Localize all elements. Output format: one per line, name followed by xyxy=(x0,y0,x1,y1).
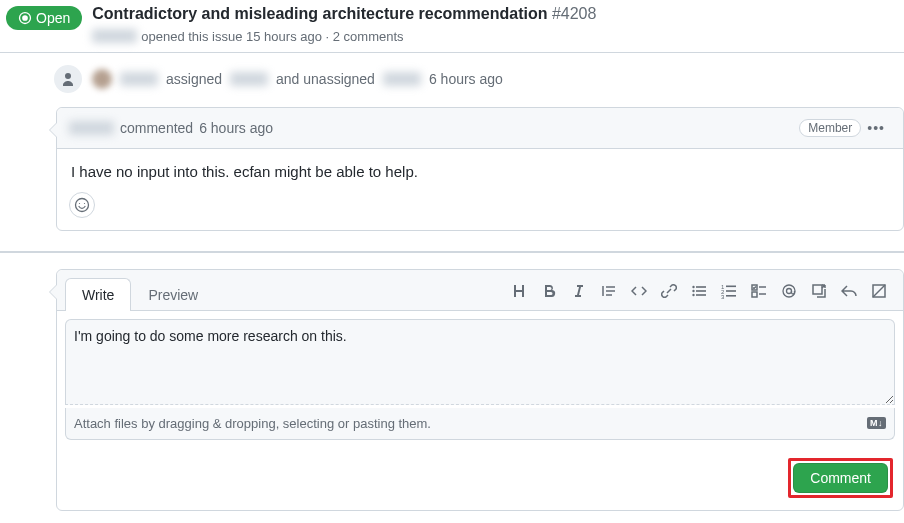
svg-rect-21 xyxy=(752,292,757,297)
bold-icon[interactable] xyxy=(539,281,559,301)
comment-time: 6 hours ago xyxy=(199,120,273,136)
status-text: Open xyxy=(36,10,70,26)
issue-header: Open Contradictory and misleading archit… xyxy=(0,0,904,53)
author-redacted xyxy=(92,29,137,43)
smiley-icon xyxy=(74,197,90,213)
actor-name-redacted xyxy=(120,72,158,86)
bullet-list-icon[interactable] xyxy=(689,281,709,301)
attach-hint-text: Attach files by dragging & dropping, sel… xyxy=(74,416,431,431)
add-reaction-button[interactable] xyxy=(69,192,95,218)
formatting-toolbar: 123 xyxy=(509,281,895,307)
svg-line-27 xyxy=(873,285,885,297)
event-time: 6 hours ago xyxy=(429,71,503,87)
svg-rect-18 xyxy=(726,295,736,297)
italic-icon[interactable] xyxy=(569,281,589,301)
event-assigned-text: assigned xyxy=(166,71,222,87)
comment-body: I have no input into this. ecfan might b… xyxy=(57,149,903,192)
svg-point-7 xyxy=(692,286,694,288)
instruction-highlight: Comment xyxy=(788,458,893,498)
diff-icon[interactable] xyxy=(869,281,889,301)
timeline-event-assignment: assigned and unassigned 6 hours ago xyxy=(56,53,904,107)
person-icon xyxy=(52,63,84,95)
svg-rect-16 xyxy=(726,285,736,287)
svg-rect-17 xyxy=(726,290,736,292)
link-icon[interactable] xyxy=(659,281,679,301)
actor-avatar-redacted xyxy=(92,69,112,89)
kebab-menu-icon[interactable]: ••• xyxy=(861,116,891,140)
svg-point-2 xyxy=(84,203,85,204)
issue-title: Contradictory and misleading architectur… xyxy=(92,5,547,22)
tab-write[interactable]: Write xyxy=(65,278,131,311)
new-comment-editor: Write Preview 123 Attach files by draggi… xyxy=(56,269,904,511)
event-unassigned-text: and unassigned xyxy=(276,71,375,87)
comment-textarea[interactable] xyxy=(65,319,895,405)
opened-meta: opened this issue 15 hours ago · 2 comme… xyxy=(141,29,403,44)
svg-point-24 xyxy=(787,288,792,293)
task-list-icon[interactable] xyxy=(749,281,769,301)
quote-icon[interactable] xyxy=(599,281,619,301)
svg-rect-12 xyxy=(696,294,706,296)
unassignee-redacted xyxy=(383,72,421,86)
svg-point-0 xyxy=(76,198,89,211)
svg-point-8 xyxy=(692,290,694,292)
attach-hint-row[interactable]: Attach files by dragging & dropping, sel… xyxy=(65,408,895,440)
svg-rect-10 xyxy=(696,286,706,288)
reply-icon[interactable] xyxy=(839,281,859,301)
comment-container: commented 6 hours ago Member ••• I have … xyxy=(56,107,904,231)
svg-rect-25 xyxy=(813,285,822,294)
issue-open-icon xyxy=(18,11,32,25)
issue-number: #4208 xyxy=(552,5,597,22)
tab-preview[interactable]: Preview xyxy=(131,278,215,311)
svg-point-23 xyxy=(783,285,795,297)
assignee-redacted xyxy=(230,72,268,86)
comment-action: commented xyxy=(120,120,193,136)
heading-icon[interactable] xyxy=(509,281,529,301)
svg-point-9 xyxy=(692,294,694,296)
code-icon[interactable] xyxy=(629,281,649,301)
commenter-name-redacted xyxy=(69,121,114,135)
status-badge: Open xyxy=(6,6,82,30)
svg-rect-11 xyxy=(696,290,706,292)
markdown-icon[interactable]: M↓ xyxy=(867,417,886,429)
role-badge: Member xyxy=(799,119,861,137)
numbered-list-icon[interactable]: 123 xyxy=(719,281,739,301)
comment-submit-button[interactable]: Comment xyxy=(793,463,888,493)
svg-point-1 xyxy=(79,203,80,204)
svg-text:3: 3 xyxy=(721,294,725,299)
cross-reference-icon[interactable] xyxy=(809,281,829,301)
mention-icon[interactable] xyxy=(779,281,799,301)
